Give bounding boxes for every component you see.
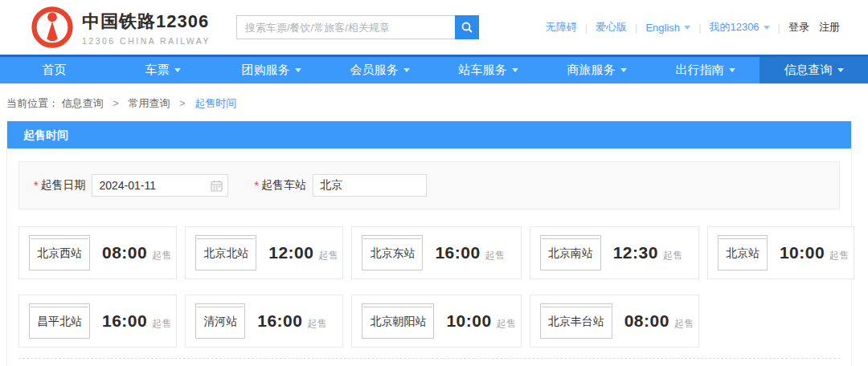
breadcrumb-prefix: 当前位置：: [6, 97, 59, 109]
sale-date-field: [92, 174, 228, 197]
chevron-down-icon: [729, 68, 735, 72]
divider: |: [698, 22, 701, 34]
railway-logo-icon: [31, 6, 74, 49]
nav-item-group-services[interactable]: 团购服务: [217, 57, 326, 83]
top-links: 无障碍 | 爱心版 | English | 我的12306 | 登录 注册: [546, 20, 840, 35]
sale-suffix: 起售: [663, 249, 682, 262]
station-card: 北京东站 16:00起售: [351, 226, 521, 279]
station-sign: 北京站: [718, 235, 768, 270]
chevron-down-icon: [764, 26, 770, 30]
sale-station-field: [313, 174, 427, 197]
sale-time: 08:00: [102, 243, 147, 262]
station-card: 清河站 16:00起售: [185, 295, 343, 348]
search-button[interactable]: [455, 15, 479, 39]
nav-item-travel-guide[interactable]: 出行指南: [651, 57, 760, 83]
nav-item-home[interactable]: 首页: [0, 57, 108, 83]
station-sign: 北京南站: [540, 235, 601, 270]
chevron-down-icon: [295, 68, 301, 72]
sale-date-input[interactable]: [92, 175, 227, 196]
sale-date-label: 起售日期: [40, 178, 85, 193]
station-card: 北京北站 12:00起售: [185, 226, 343, 279]
link-register[interactable]: 注册: [819, 20, 840, 35]
sale-suffix: 起售: [152, 317, 171, 331]
breadcrumb-current: 起售时间: [194, 97, 236, 109]
sale-suffix: 起售: [497, 317, 516, 331]
nav-item-tickets[interactable]: 车票: [108, 57, 217, 83]
chevron-down-icon: [174, 68, 181, 72]
station-sign: 北京东站: [362, 235, 423, 270]
logo-text: 中国铁路12306 12306 CHINA RAILWAY: [82, 10, 211, 46]
sale-time: 10:00: [446, 311, 491, 331]
nav-item-member-services[interactable]: 会员服务: [326, 57, 434, 83]
sale-suffix: 起售: [152, 249, 171, 262]
divider: |: [778, 22, 780, 34]
sale-suffix: 起售: [485, 249, 505, 262]
sale-time-panel: 起售时间 * 起售日期 * 起售车站: [6, 121, 852, 366]
divider: |: [635, 22, 637, 34]
sale-suffix: 起售: [307, 317, 326, 331]
breadcrumb-info-query[interactable]: 信息查询: [62, 97, 104, 109]
divider: |: [585, 22, 588, 34]
sale-time: 16:00: [102, 311, 147, 331]
station-sign: 清河站: [195, 303, 245, 339]
query-form: * 起售日期 * 起售车站: [18, 161, 840, 209]
sale-time: 16:00: [257, 311, 302, 331]
logo-subtitle: 12306 CHINA RAILWAY: [82, 36, 211, 46]
nav-item-station-services[interactable]: 站车服务: [434, 57, 542, 83]
sale-suffix: 起售: [829, 249, 849, 262]
search-bar: [236, 15, 479, 39]
chevron-down-icon: [837, 68, 844, 72]
sale-station-input[interactable]: [313, 175, 426, 196]
chevron-down-icon: [620, 68, 627, 72]
chevron-down-icon: [684, 26, 690, 30]
nav-item-business-travel[interactable]: 商旅服务: [542, 57, 651, 83]
station-card: 北京丰台站 08:00起售: [530, 295, 699, 348]
required-mark: *: [34, 179, 38, 192]
station-card: 北京站 10:00起售: [707, 226, 854, 279]
sale-time: 10:00: [780, 243, 825, 262]
link-accessibility[interactable]: 无障碍: [546, 20, 577, 35]
station-sign: 昌平北站: [29, 303, 90, 339]
breadcrumb-separator: >: [113, 97, 119, 109]
search-icon: [461, 21, 473, 34]
logo[interactable]: 中国铁路12306 12306 CHINA RAILWAY: [31, 6, 211, 49]
station-card: 北京南站 12:30起售: [530, 226, 699, 279]
breadcrumb-separator: >: [179, 97, 186, 109]
site-header: 中国铁路12306 12306 CHINA RAILWAY 无障碍 | 爱心版 …: [0, 0, 868, 55]
sale-time: 08:00: [624, 311, 669, 331]
sale-time: 12:30: [613, 243, 658, 262]
required-mark: *: [254, 179, 258, 192]
main-nav: 首页 车票 团购服务 会员服务 站车服务 商旅服务 出行指南 信息查询: [0, 55, 868, 83]
nav-item-info-query[interactable]: 信息查询: [760, 57, 868, 83]
station-sign: 北京西站: [29, 235, 90, 270]
station-card: 昌平北站 16:00起售: [18, 295, 177, 348]
panel-title: 起售时间: [7, 121, 851, 148]
station-sign: 北京朝阳站: [362, 303, 434, 339]
station-card: 北京朝阳站 10:00起售: [351, 295, 521, 348]
link-care-version[interactable]: 爱心版: [596, 20, 627, 35]
sale-suffix: 起售: [318, 249, 338, 262]
sale-time: 16:00: [435, 243, 480, 262]
link-my12306[interactable]: 我的12306: [709, 20, 769, 35]
sale-station-label: 起售车站: [261, 178, 306, 193]
divider-dashed: [18, 358, 840, 359]
station-sign: 北京北站: [195, 235, 256, 270]
chevron-down-icon: [403, 68, 410, 72]
chevron-down-icon: [512, 68, 518, 72]
search-input[interactable]: [236, 15, 455, 39]
link-login[interactable]: 登录: [788, 20, 809, 35]
sale-suffix: 起售: [674, 317, 694, 331]
station-card: 北京西站 08:00起售: [18, 226, 177, 279]
breadcrumb: 当前位置： 信息查询 > 常用查询 > 起售时间: [0, 83, 868, 121]
link-english[interactable]: English: [645, 22, 690, 34]
sale-time: 12:00: [268, 243, 313, 262]
station-cards-grid: 北京西站 08:00起售 北京北站 12:00起售 北京东站 16:00起售 北…: [18, 226, 840, 348]
station-sign: 北京丰台站: [540, 303, 612, 339]
logo-title: 中国铁路12306: [82, 10, 211, 34]
breadcrumb-common-query[interactable]: 常用查询: [128, 97, 170, 109]
